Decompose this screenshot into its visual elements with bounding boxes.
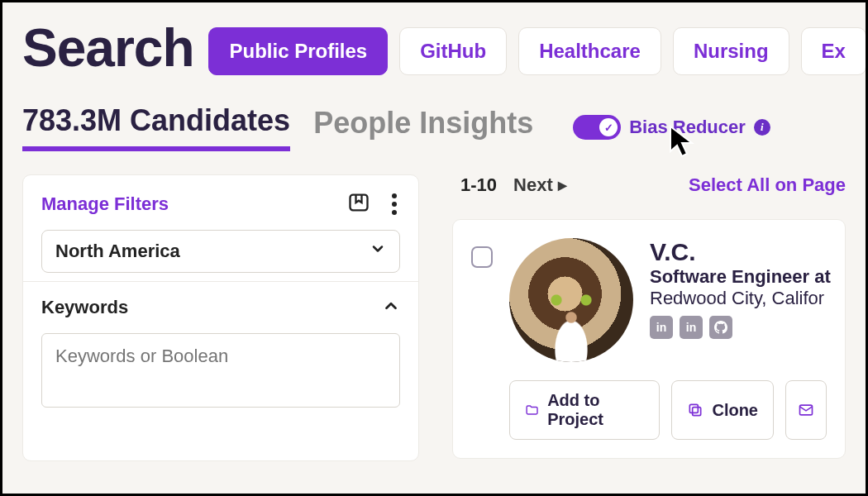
social-icons: in in [650, 316, 827, 339]
kebab-menu-icon[interactable] [389, 190, 400, 218]
triangle-right-icon: ▶ [558, 179, 567, 192]
candidate-location: Redwood City, Califor [650, 288, 827, 309]
svg-rect-2 [690, 404, 699, 413]
keywords-section-label: Keywords [41, 297, 128, 318]
source-chips: Public Profiles GitHub Healthcare Nursin… [208, 27, 866, 75]
mail-icon [798, 402, 814, 418]
chip-healthcare[interactable]: Healthcare [518, 27, 661, 75]
results-column: 1-10 Next ▶ Select All on Page V.C. Soft… [452, 174, 846, 461]
candidate-checkbox[interactable] [471, 246, 493, 268]
next-label: Next [513, 174, 553, 196]
chip-nursing[interactable]: Nursing [673, 27, 789, 75]
chip-more[interactable]: Ex [801, 27, 866, 75]
add-to-project-label: Add to Project [547, 391, 644, 429]
chip-github[interactable]: GitHub [399, 27, 507, 75]
candidate-name[interactable]: V.C. [650, 238, 827, 266]
keywords-input[interactable] [41, 333, 400, 408]
email-button[interactable] [785, 380, 827, 440]
svg-rect-1 [693, 408, 701, 416]
region-select[interactable]: North America [41, 230, 400, 273]
avatar[interactable] [509, 238, 633, 362]
manage-filters-link[interactable]: Manage Filters [41, 193, 169, 215]
page-title: Search [22, 17, 193, 79]
chevron-up-icon[interactable] [382, 297, 400, 318]
candidate-role: Software Engineer at [650, 266, 827, 288]
tab-candidates[interactable]: 783.3M Candidates [22, 103, 290, 151]
region-select-value: North America [55, 241, 180, 262]
folder-icon [525, 402, 539, 418]
filters-panel: Manage Filters North America Keywords [22, 174, 419, 461]
linkedin-icon[interactable]: in [680, 316, 703, 339]
github-icon[interactable] [709, 316, 732, 339]
chip-public-profiles[interactable]: Public Profiles [208, 27, 388, 75]
divider [23, 281, 418, 282]
bias-reducer-label: Bias Reducer [629, 117, 746, 138]
check-icon: ✓ [599, 118, 618, 136]
copy-icon [687, 402, 703, 418]
next-page-button[interactable]: Next ▶ [513, 174, 567, 196]
candidate-card: V.C. Software Engineer at Redwood City, … [452, 219, 846, 459]
clone-button[interactable]: Clone [671, 380, 774, 440]
clone-label: Clone [712, 401, 758, 420]
chevron-down-icon [370, 241, 386, 262]
saved-filters-icon[interactable] [347, 191, 370, 217]
linkedin-icon[interactable]: in [650, 316, 673, 339]
tab-people-insights[interactable]: People Insights [313, 106, 533, 149]
select-all-link[interactable]: Select All on Page [689, 174, 846, 196]
results-range: 1-10 [460, 174, 497, 196]
add-to-project-button[interactable]: Add to Project [509, 380, 660, 440]
bias-reducer-toggle[interactable]: ✓ [573, 115, 621, 140]
svg-rect-0 [351, 195, 368, 211]
info-icon[interactable]: i [754, 119, 770, 136]
